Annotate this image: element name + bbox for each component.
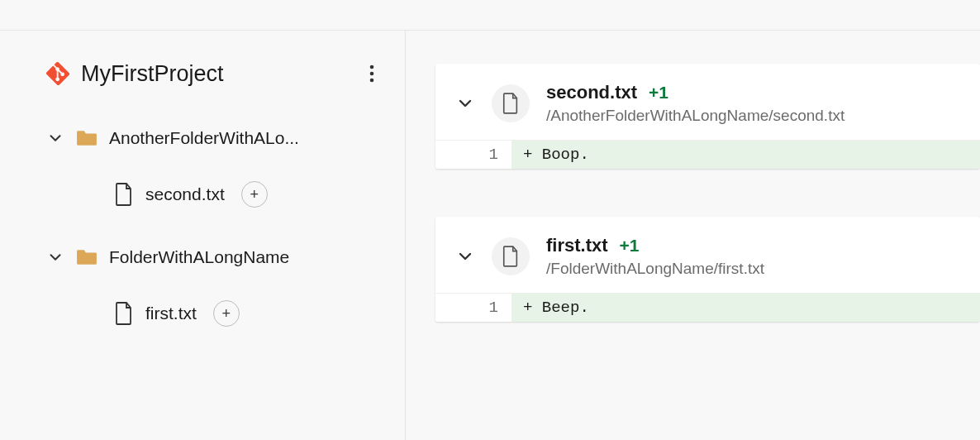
svg-point-2 xyxy=(370,79,374,83)
line-number: 1 xyxy=(435,293,511,322)
diff-filename: first.txt xyxy=(546,235,608,256)
line-number: 1 xyxy=(435,140,511,169)
svg-point-1 xyxy=(370,72,374,76)
tree-folder[interactable]: FolderWithALongName xyxy=(46,242,385,272)
vertical-dots-icon xyxy=(369,65,374,83)
chevron-down-icon xyxy=(46,129,64,147)
folder-label: AnotherFolderWithALo... xyxy=(109,128,299,148)
file-label: first.txt xyxy=(145,304,197,323)
diff-title-row: second.txt +1 xyxy=(546,82,844,103)
file-icon xyxy=(502,246,520,267)
folder-icon xyxy=(76,129,98,147)
file-avatar xyxy=(492,84,530,122)
sidebar: MyFirstProject AnotherFolderWithALo. xyxy=(0,31,406,440)
chevron-down-icon xyxy=(455,246,475,266)
file-icon xyxy=(114,183,134,206)
diff-stat: +1 xyxy=(649,83,668,103)
added-badge: + xyxy=(241,181,268,208)
folder-icon xyxy=(76,248,98,266)
diff-title-row: first.txt +1 xyxy=(546,235,764,256)
diff-card: second.txt +1 /AnotherFolderWithALongNam… xyxy=(435,64,980,169)
diff-panel: second.txt +1 /AnotherFolderWithALongNam… xyxy=(406,31,980,440)
diff-body: 1 + Boop. xyxy=(435,140,980,169)
added-line: + Boop. xyxy=(511,140,980,169)
file-tree: AnotherFolderWithALo... second.txt + Fol… xyxy=(46,123,385,332)
project-title-wrap[interactable]: MyFirstProject xyxy=(46,61,224,87)
svg-point-0 xyxy=(370,65,374,69)
diff-meta: first.txt +1 /FolderWithALongName/first.… xyxy=(546,235,764,278)
diff-path: /FolderWithALongName/first.txt xyxy=(546,260,764,278)
main-layout: MyFirstProject AnotherFolderWithALo. xyxy=(0,31,980,440)
diff-meta: second.txt +1 /AnotherFolderWithALongNam… xyxy=(546,82,844,125)
project-menu-button[interactable] xyxy=(359,60,385,87)
chevron-down-icon xyxy=(455,93,475,113)
project-title: MyFirstProject xyxy=(81,61,224,87)
file-icon xyxy=(114,302,134,325)
chevron-down-icon xyxy=(46,248,64,266)
git-icon xyxy=(46,62,69,85)
folder-label: FolderWithALongName xyxy=(109,247,289,267)
tree-file[interactable]: first.txt + xyxy=(46,295,385,332)
project-header: MyFirstProject xyxy=(46,60,385,87)
top-toolbar-strip xyxy=(0,0,980,31)
diff-stat: +1 xyxy=(620,236,640,256)
diff-header[interactable]: first.txt +1 /FolderWithALongName/first.… xyxy=(435,217,980,293)
file-avatar xyxy=(492,237,530,275)
diff-path: /AnotherFolderWithALongName/second.txt xyxy=(546,107,844,125)
diff-header[interactable]: second.txt +1 /AnotherFolderWithALongNam… xyxy=(435,64,980,140)
tree-folder[interactable]: AnotherFolderWithALo... xyxy=(46,123,385,153)
diff-filename: second.txt xyxy=(546,82,637,103)
file-icon xyxy=(502,93,520,114)
added-badge: + xyxy=(213,300,240,327)
diff-card: first.txt +1 /FolderWithALongName/first.… xyxy=(435,217,980,322)
file-label: second.txt xyxy=(145,184,225,204)
tree-file[interactable]: second.txt + xyxy=(46,176,385,213)
added-line: + Beep. xyxy=(511,293,980,322)
diff-body: 1 + Beep. xyxy=(435,293,980,322)
